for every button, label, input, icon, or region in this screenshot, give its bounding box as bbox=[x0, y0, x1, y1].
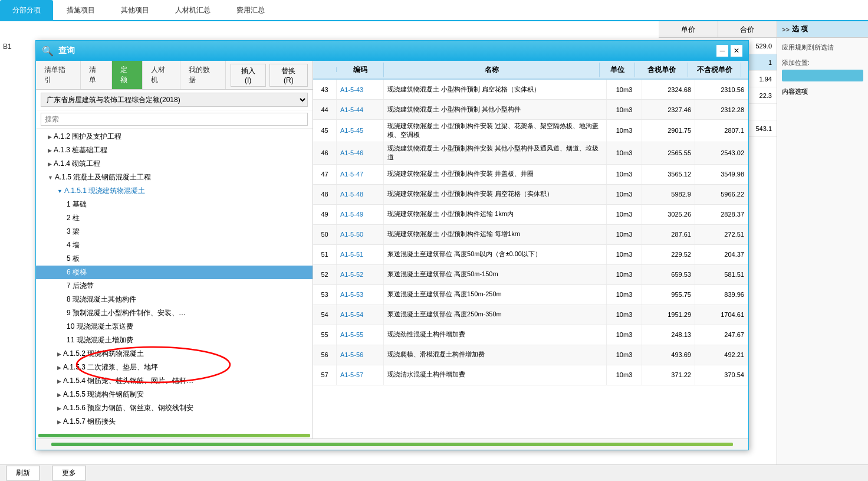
tree-label-a151-6: 6 楼梯 bbox=[67, 268, 87, 276]
search-input[interactable] bbox=[41, 113, 308, 126]
table-row[interactable]: 44 A1-5-44 现浇建筑物混凝土 小型构件预制 其他小型构件 10m3 2… bbox=[313, 100, 748, 120]
expand-right-icon-a156: ▶ bbox=[57, 405, 61, 411]
tab-feiyonghuizong[interactable]: 费用汇总 bbox=[224, 0, 277, 20]
dialog-close-button[interactable]: ✕ bbox=[731, 45, 742, 57]
tab-rencaiji[interactable]: 人材机 bbox=[142, 61, 180, 89]
tree-item-a154[interactable]: ▶ A.1.5.4 钢筋笼、桩头钢筋、网片、锚杆… bbox=[36, 374, 313, 388]
td-name: 泵送混凝土至建筑部位 高度150m-250m bbox=[384, 285, 607, 305]
table-row[interactable]: 48 A1-5-48 现浇建筑物混凝土 小型预制构件安装 扁空花格（实体积） 1… bbox=[313, 185, 748, 205]
tree-item-a151-1[interactable]: 1 基础 bbox=[36, 198, 313, 211]
table-row[interactable]: 57 A1-5-57 现浇清水混凝土构件增加费 10m3 371.22 370.… bbox=[313, 365, 748, 385]
tree-item-a151-4[interactable]: 4 墙 bbox=[36, 238, 313, 252]
tree-item-a151-11[interactable]: 11 现浇混凝土增加费 bbox=[36, 333, 313, 347]
table-row[interactable]: 46 A1-5-46 现浇建筑物混凝土 小型预制构件安装 其他小型构件及通风道、… bbox=[313, 142, 748, 165]
tree-item-a151[interactable]: ▼ A.1.5.1 现浇建筑物混凝土 bbox=[36, 184, 313, 198]
add-pos-input[interactable] bbox=[782, 70, 863, 81]
td-unit: 10m3 bbox=[607, 265, 642, 284]
td-code: A1-5-51 bbox=[337, 245, 384, 264]
tree-item-a157[interactable]: ▶ A.1.5.7 钢筋接头 bbox=[36, 415, 313, 428]
tree-item-a151-9[interactable]: 9 预制混凝土小型构件制作、安装、… bbox=[36, 306, 313, 320]
td-name: 泵送混凝土至建筑部位 高度250m-350m bbox=[384, 305, 607, 325]
tree-item-a151-10[interactable]: 10 现浇混凝土泵送费 bbox=[36, 320, 313, 333]
expand-right-icon-a153: ▶ bbox=[57, 365, 61, 371]
td-tax-price: 229.52 bbox=[642, 245, 695, 264]
td-tax-price: 287.61 bbox=[642, 225, 695, 244]
expand-right-icon-a157: ▶ bbox=[57, 419, 61, 425]
table-row[interactable]: 50 A1-5-50 现浇建筑物混凝土 小型预制构件运输 每增1km 10m3 … bbox=[313, 225, 748, 245]
td-notax-price: 272.51 bbox=[695, 225, 748, 244]
td-name: 现浇建筑物混凝土 小型预制构件运输 1km内 bbox=[384, 205, 607, 224]
tree-item-a13[interactable]: ▶ A.1.3 桩基础工程 bbox=[36, 143, 313, 157]
tree-scroll-area: ▶ A.1.2 围护及支护工程 ▶ A.1.3 桩基础工程 ▶ A.1.4 砌筑… bbox=[36, 129, 313, 433]
sidebar-title: 选 项 bbox=[792, 24, 808, 34]
sidebar-header: >> 选 项 bbox=[777, 21, 868, 38]
tab-rencaijijuizong[interactable]: 人材机汇总 bbox=[163, 0, 223, 20]
refresh-button[interactable]: 刷新 bbox=[6, 466, 40, 480]
tree-label-a156: A.1.5.6 预应力钢筋、钢丝束、钢绞线制安 bbox=[63, 403, 193, 413]
td-num: 45 bbox=[313, 120, 337, 142]
td-unit: 10m3 bbox=[607, 285, 642, 305]
tree-item-a151-7[interactable]: 7 后浇带 bbox=[36, 279, 313, 293]
tree-item-a151-3[interactable]: 3 梁 bbox=[36, 225, 313, 238]
td-name: 现浇建筑物混凝土 小型构件预制 其他小型构件 bbox=[384, 100, 607, 119]
tab-fenbufenxiang[interactable]: 分部分项 bbox=[0, 0, 53, 20]
replace-button[interactable]: 替换(R) bbox=[269, 64, 308, 87]
table-row[interactable]: 47 A1-5-47 现浇建筑物混凝土 小型预制构件安装 井盖板、井圈 10m3… bbox=[313, 165, 748, 185]
tree-item-a12[interactable]: ▶ A.1.2 围护及支护工程 bbox=[36, 130, 313, 143]
tab-dinge[interactable]: 定额 bbox=[112, 61, 143, 89]
dialog-minimize-button[interactable]: ─ bbox=[716, 45, 728, 57]
tree-label-a151-8: 8 现浇混凝土其他构件 bbox=[67, 295, 136, 303]
table-row[interactable]: 54 A1-5-54 泵送混凝土至建筑部位 高度250m-350m 10m3 1… bbox=[313, 305, 748, 325]
td-num: 55 bbox=[313, 325, 337, 345]
tree-item-a156[interactable]: ▶ A.1.5.6 预应力钢筋、钢丝束、钢绞线制安 bbox=[36, 401, 313, 415]
table-row[interactable]: 55 A1-5-55 现浇劲性混凝土构件增加费 10m3 248.13 247.… bbox=[313, 325, 748, 345]
td-num: 47 bbox=[313, 165, 337, 184]
td-unit: 10m3 bbox=[607, 205, 642, 224]
tree-item-a151-5[interactable]: 5 板 bbox=[36, 252, 313, 266]
quota-dropdown[interactable]: 广东省房屋建筑与装饰工程综合定额(2018) bbox=[41, 93, 308, 107]
tree-item-a14[interactable]: ▶ A.1.4 砌筑工程 bbox=[36, 157, 313, 171]
td-code: A1-5-54 bbox=[337, 305, 384, 325]
tree-item-a151-8[interactable]: 8 现浇混凝土其他构件 bbox=[36, 293, 313, 306]
table-row[interactable]: 52 A1-5-52 泵送混凝土至建筑部位 高度50m-150m 10m3 65… bbox=[313, 265, 748, 285]
more-button[interactable]: 更多 bbox=[52, 466, 86, 480]
table-row[interactable]: 51 A1-5-51 泵送混凝土至建筑部位 高度50m以内（含±0.00以下） … bbox=[313, 245, 748, 265]
td-num: 53 bbox=[313, 285, 337, 305]
td-num: 43 bbox=[313, 80, 337, 99]
tree-item-a15[interactable]: ▼ A.1.5 混凝土及钢筋混凝土工程 bbox=[36, 171, 313, 184]
td-name: 现浇建筑物混凝土 小型预制构件运输 每增1km bbox=[384, 225, 607, 244]
td-tax-price: 248.13 bbox=[642, 325, 695, 345]
td-code: A1-5-45 bbox=[337, 120, 384, 142]
tab-wodeshuju[interactable]: 我的数据 bbox=[180, 61, 225, 89]
td-code: A1-5-55 bbox=[337, 325, 384, 345]
expand-right-icon-a13: ▶ bbox=[48, 148, 52, 153]
tree-item-a152[interactable]: ▶ A.1.5.2 现浇构筑物混凝土 bbox=[36, 347, 313, 361]
table-row[interactable]: 56 A1-5-56 现浇爬模、滑模混凝土构件增加费 10m3 493.69 4… bbox=[313, 345, 748, 365]
tree-item-a151-6[interactable]: 6 楼梯 bbox=[36, 266, 313, 279]
td-num: 51 bbox=[313, 245, 337, 264]
tab-cuoshixiangmu[interactable]: 措施项目 bbox=[54, 0, 107, 20]
td-notax-price: 581.51 bbox=[695, 265, 748, 284]
td-notax-price: 3549.98 bbox=[695, 165, 748, 184]
tree-item-a153[interactable]: ▶ A.1.5.3 二次灌浆、垫层、地坪 bbox=[36, 361, 313, 374]
td-notax-price: 247.67 bbox=[695, 325, 748, 345]
th-notax-price: 不含税单价 bbox=[688, 63, 741, 77]
td-notax-price: 204.37 bbox=[695, 245, 748, 264]
insert-button[interactable]: 插入(I) bbox=[231, 64, 266, 87]
tree-item-a155[interactable]: ▶ A.1.5.5 现浇构件钢筋制安 bbox=[36, 388, 313, 401]
table-row[interactable]: 45 A1-5-45 现浇建筑物混凝土 小型预制构件安装 过梁、花架条、架空隔热… bbox=[313, 120, 748, 142]
tab-qingdan[interactable]: 清单 bbox=[81, 61, 112, 89]
td-notax-price: 2312.28 bbox=[695, 100, 748, 119]
tree-item-a151-2[interactable]: 2 柱 bbox=[36, 211, 313, 225]
tab-qingdanzhiyin[interactable]: 清单指引 bbox=[36, 61, 81, 89]
tree-label-a15: A.1.5 混凝土及钢筋混凝土工程 bbox=[55, 172, 151, 182]
tab-qitaxiangmu[interactable]: 其他项目 bbox=[108, 0, 162, 20]
td-code: A1-5-48 bbox=[337, 185, 384, 204]
table-row[interactable]: 49 A1-5-49 现浇建筑物混凝土 小型预制构件运输 1km内 10m3 3… bbox=[313, 205, 748, 225]
expand-down-icon-a15: ▼ bbox=[48, 175, 53, 181]
table-row[interactable]: 53 A1-5-53 泵送混凝土至建筑部位 高度150m-250m 10m3 9… bbox=[313, 285, 748, 305]
table-row[interactable]: 43 A1-5-43 现浇建筑物混凝土 小型构件预制 扁空花格（实体积） 10m… bbox=[313, 80, 748, 100]
tree-label-a151: A.1.5.1 现浇建筑物混凝土 bbox=[64, 186, 145, 196]
td-notax-price: 1704.61 bbox=[695, 305, 748, 325]
tree-label-a151-7: 7 后浇带 bbox=[67, 282, 94, 290]
